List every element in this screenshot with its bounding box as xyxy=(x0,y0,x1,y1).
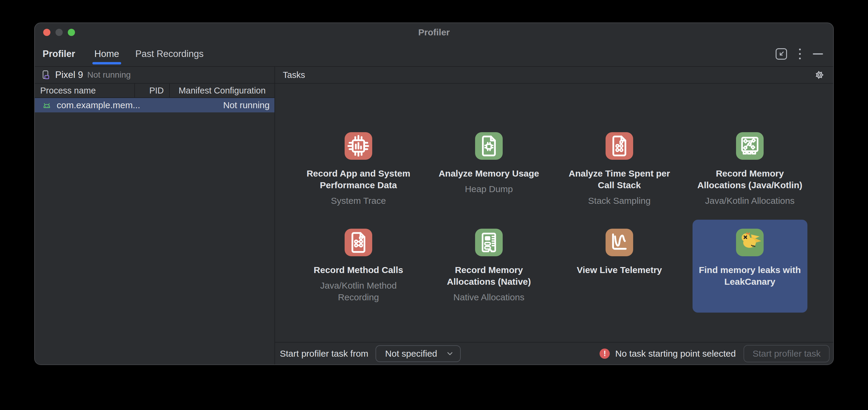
chevron-down-icon xyxy=(446,350,454,357)
minimize-window-button[interactable] xyxy=(56,29,63,36)
task-grid: Record App and System Performance Data S… xyxy=(293,123,815,313)
task-title: Record App and System Performance Data xyxy=(301,168,416,191)
stack-sampling-icon xyxy=(606,132,633,160)
tab-home-label: Home xyxy=(94,48,119,59)
android-icon xyxy=(41,100,52,111)
traffic-lights xyxy=(35,29,75,36)
app-label: Profiler xyxy=(42,48,75,59)
task-subtitle: System Trace xyxy=(331,195,386,206)
device-status: Not running xyxy=(87,70,131,80)
tab-past-recordings[interactable]: Past Recordings xyxy=(132,42,206,66)
dock-tool-window-icon[interactable] xyxy=(776,48,787,60)
device-row[interactable]: Pixel 9 Not running xyxy=(35,67,274,83)
task-subtitle: Java/Kotlin Method Recording xyxy=(301,280,416,303)
task-card-record-app-and-system-performance-data[interactable]: Record App and System Performance Data S… xyxy=(301,123,416,216)
system-trace-icon xyxy=(345,132,372,160)
java-kotlin-allocations-icon xyxy=(736,132,764,160)
column-header-process-name[interactable]: Process name xyxy=(35,83,134,97)
device-phone-icon xyxy=(41,70,51,80)
start-from-label: Start profiler task from xyxy=(280,348,368,359)
task-title: Record Method Calls xyxy=(314,264,403,276)
tab-home[interactable]: Home xyxy=(91,42,122,66)
window-title: Profiler xyxy=(35,27,833,37)
task-title: Analyze Time Spent per Call Stack xyxy=(562,168,677,191)
task-card-analyze-time-spent-per-call-stack[interactable]: Analyze Time Spent per Call Stack Stack … xyxy=(562,123,677,216)
task-card-view-live-telemetry[interactable]: View Live Telemetry xyxy=(562,220,677,313)
main-area: Pixel 9 Not running Process name PID Man… xyxy=(35,67,833,365)
starting-point-dropdown[interactable]: Not specified xyxy=(375,345,460,362)
task-card-find-memory-leaks-with-leakcanary[interactable]: Find memory leaks with LeakCanary xyxy=(692,220,807,313)
task-card-record-memory-allocations-native[interactable]: Record Memory Allocations (Native) Nativ… xyxy=(432,220,547,313)
task-title: Analyze Memory Usage xyxy=(438,168,539,179)
task-subtitle: Native Allocations xyxy=(454,291,525,303)
device-name: Pixel 9 xyxy=(55,70,83,80)
tasks-header: Tasks xyxy=(275,67,833,83)
task-title: View Live Telemetry xyxy=(577,264,662,276)
task-title: Record Memory Allocations (Java/Kotlin) xyxy=(692,168,807,191)
method-calls-icon xyxy=(345,229,372,256)
close-window-button[interactable] xyxy=(43,29,51,36)
process-list-panel: Pixel 9 Not running Process name PID Man… xyxy=(35,67,275,365)
start-profiler-task-button[interactable]: Start profiler task xyxy=(744,345,830,362)
tasks-panel: Tasks xyxy=(275,67,833,365)
column-header-manifest-configuration[interactable]: Manifest Configuration xyxy=(169,83,274,97)
more-options-icon[interactable] xyxy=(798,47,802,61)
live-telemetry-icon xyxy=(606,229,633,256)
process-name: com.example.mem... xyxy=(57,100,140,110)
task-subtitle: Java/Kotlin Allocations xyxy=(705,195,795,206)
settings-gear-icon[interactable] xyxy=(813,69,826,81)
task-title: Record Memory Allocations (Native) xyxy=(432,264,546,287)
leakcanary-icon xyxy=(736,229,764,256)
process-row-selected[interactable]: com.example.mem... Not running xyxy=(35,98,274,112)
process-table-header: Process name PID Manifest Configuration xyxy=(35,83,274,98)
starting-point-dropdown-value: Not specified xyxy=(385,348,437,359)
task-subtitle: Heap Dump xyxy=(465,183,513,195)
tasks-body: Record App and System Performance Data S… xyxy=(275,83,833,342)
titlebar-actions xyxy=(776,47,833,61)
titlebar: Profiler xyxy=(35,23,833,42)
warning-icon: ! xyxy=(599,348,610,359)
task-card-record-method-calls[interactable]: Record Method Calls Java/Kotlin Method R… xyxy=(301,220,416,313)
task-card-analyze-memory-usage[interactable]: Analyze Memory Usage Heap Dump xyxy=(432,123,547,216)
profiler-window: Profiler Profiler Home Past Recordings xyxy=(34,23,834,365)
tab-past-recordings-label: Past Recordings xyxy=(135,48,203,59)
tab-bar: Profiler Home Past Recordings xyxy=(35,42,833,67)
tasks-title: Tasks xyxy=(283,70,305,80)
warning-text: No task starting point selected xyxy=(615,348,736,359)
task-card-record-memory-allocations-java-kotlin[interactable]: Record Memory Allocations (Java/Kotlin) … xyxy=(692,123,807,216)
column-header-pid[interactable]: PID xyxy=(134,83,169,97)
heap-dump-icon xyxy=(475,132,503,160)
footer-bar: Start profiler task from Not specified !… xyxy=(275,342,833,365)
task-subtitle: Stack Sampling xyxy=(588,195,651,206)
process-status: Not running xyxy=(223,100,270,110)
process-list-empty-area xyxy=(35,112,274,365)
zoom-window-button[interactable] xyxy=(68,29,75,36)
native-allocations-icon xyxy=(475,229,503,256)
hide-panel-icon[interactable] xyxy=(813,53,823,55)
task-title: Find memory leaks with LeakCanary xyxy=(692,264,807,287)
